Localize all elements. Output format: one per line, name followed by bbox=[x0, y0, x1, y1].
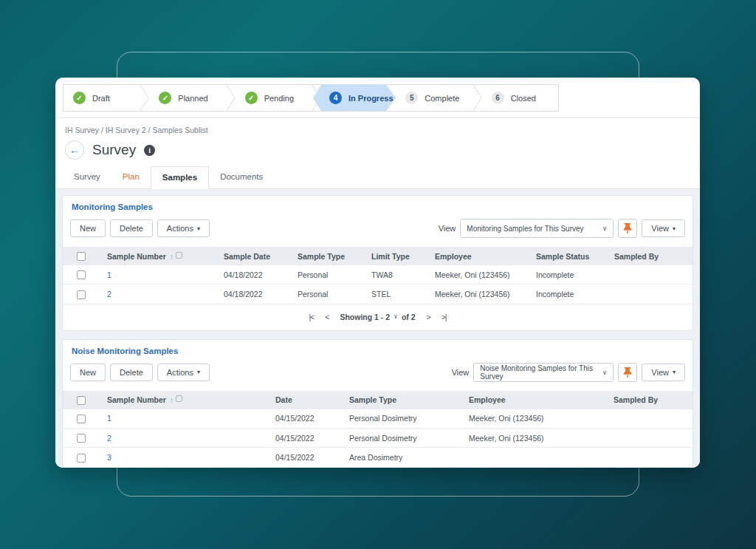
cell-sample-date: 04/18/2022 bbox=[216, 265, 290, 284]
column-header-sample-date[interactable]: Sample Date bbox=[216, 247, 290, 265]
page-title: Survey bbox=[92, 142, 136, 158]
toolbar-right: View Monitoring Samples for This Survey … bbox=[439, 219, 685, 238]
table-row: 104/18/2022PersonalTWA8Meeker, Oni (1234… bbox=[63, 265, 693, 284]
new-button[interactable]: New bbox=[70, 219, 106, 237]
cell-sampled-by bbox=[606, 429, 693, 448]
cell-employee: Meeker, Oni (123456) bbox=[427, 265, 529, 284]
step-complete: 5Complete bbox=[396, 85, 472, 111]
row-checkbox[interactable] bbox=[77, 415, 86, 423]
pin-view-button[interactable] bbox=[618, 363, 637, 382]
toolbar-right: View Noise Monitoring Samples for This S… bbox=[452, 363, 685, 382]
page-size-chevron-icon[interactable]: ∨ bbox=[394, 313, 398, 320]
row-checkbox[interactable] bbox=[77, 434, 86, 443]
chevron-down-icon: ∨ bbox=[602, 369, 608, 376]
step-separator-chevron bbox=[226, 85, 236, 111]
step-number-badge: 5 bbox=[405, 92, 418, 104]
sort-order-badge bbox=[176, 395, 182, 402]
first-page-button[interactable]: |< bbox=[309, 313, 314, 321]
info-icon[interactable]: i bbox=[144, 145, 155, 156]
sample-number-link[interactable]: 1 bbox=[100, 409, 268, 429]
step-number-badge: 4 bbox=[329, 92, 342, 104]
actions-button[interactable]: Actions ▾ bbox=[157, 219, 210, 237]
back-button[interactable]: ← bbox=[65, 140, 84, 160]
view-label: View bbox=[452, 368, 470, 377]
column-header-employee[interactable]: Employee bbox=[427, 247, 529, 265]
column-header-sample-number[interactable]: Sample Number↑ bbox=[100, 247, 216, 265]
tab-documents[interactable]: Documents bbox=[209, 166, 274, 188]
header-checkbox-cell bbox=[63, 247, 100, 265]
tab-survey[interactable]: Survey bbox=[63, 166, 111, 188]
cell-sample-type: Area Dosimetry bbox=[342, 448, 461, 467]
table-row: 204/15/2022Personal DosimetryMeeker, Oni… bbox=[63, 429, 693, 448]
step-label: In Progress bbox=[348, 94, 394, 103]
tab-plan[interactable]: Plan bbox=[111, 166, 151, 188]
cell-sample-type: Personal Dosimetry bbox=[342, 409, 461, 429]
title-row: ← Survey i bbox=[55, 136, 700, 166]
cell-sample-type: Personal bbox=[290, 265, 364, 284]
step-planned: ✓Planned bbox=[149, 85, 225, 111]
last-page-button[interactable]: >| bbox=[441, 313, 447, 321]
prev-page-button[interactable]: < bbox=[325, 313, 329, 321]
cell-sample-date: 04/18/2022 bbox=[216, 284, 290, 304]
view-select[interactable]: Monitoring Samples for This Survey ∨ bbox=[460, 219, 614, 238]
view-select[interactable]: Noise Monitoring Samples for This Survey… bbox=[473, 363, 614, 382]
column-header-sample-number[interactable]: Sample Number↑ bbox=[100, 391, 268, 409]
delete-button[interactable]: Delete bbox=[110, 364, 153, 381]
column-header-sample-type[interactable]: Sample Type bbox=[342, 391, 461, 409]
sample-number-link[interactable]: 2 bbox=[100, 429, 268, 448]
cell-sampled-by bbox=[607, 284, 693, 304]
view-menu-button[interactable]: View ▾ bbox=[642, 364, 685, 381]
noise-monitoring-samples-table: Sample Number↑DateSample TypeEmployeeSam… bbox=[63, 391, 693, 468]
tab-bar: Survey Plan Samples Documents bbox=[55, 166, 700, 189]
table-header-row: Sample Number↑DateSample TypeEmployeeSam… bbox=[63, 391, 693, 409]
column-header-sampled-by[interactable]: Sampled By bbox=[606, 391, 693, 409]
caret-down-icon: ▾ bbox=[197, 225, 200, 232]
row-checkbox-cell bbox=[63, 409, 100, 429]
sample-number-link[interactable]: 2 bbox=[100, 284, 216, 304]
row-checkbox[interactable] bbox=[77, 290, 86, 299]
delete-button[interactable]: Delete bbox=[110, 219, 153, 237]
select-all-checkbox[interactable] bbox=[77, 252, 86, 261]
column-header-sampled-by[interactable]: Sampled By bbox=[607, 247, 693, 265]
tab-samples[interactable]: Samples bbox=[151, 166, 209, 189]
column-header-sample-status[interactable]: Sample Status bbox=[529, 247, 607, 265]
cell-limit-type: TWA8 bbox=[364, 265, 427, 284]
view-menu-button[interactable]: View ▾ bbox=[642, 219, 685, 237]
row-checkbox-cell bbox=[63, 448, 100, 467]
step-pending: ✓Pending bbox=[236, 85, 312, 111]
cell-employee: Meeker, Oni (123456) bbox=[461, 429, 606, 448]
next-page-button[interactable]: > bbox=[427, 313, 430, 321]
step-draft: ✓Draft bbox=[63, 85, 140, 111]
select-all-checkbox[interactable] bbox=[77, 396, 86, 405]
column-header-date[interactable]: Date bbox=[268, 391, 342, 409]
check-icon: ✓ bbox=[159, 92, 171, 104]
column-header-limit-type[interactable]: Limit Type bbox=[364, 247, 427, 265]
step-closed: 6Closed bbox=[482, 85, 558, 111]
stepper: ✓Draft✓Planned✓Pending4In Progress5Compl… bbox=[63, 84, 559, 112]
new-button[interactable]: New bbox=[70, 364, 106, 381]
table-row: 204/18/2022PersonalSTELMeeker, Oni (1234… bbox=[63, 284, 693, 304]
row-checkbox[interactable] bbox=[77, 270, 86, 279]
sample-number-link[interactable]: 3 bbox=[100, 448, 268, 467]
caret-down-icon: ▾ bbox=[197, 369, 200, 375]
breadcrumb[interactable]: IH Survey / IH Survey 2 / Samples Sublis… bbox=[55, 118, 700, 136]
noise-monitoring-samples-section: Noise Monitoring Samples New Delete Acti… bbox=[62, 339, 693, 468]
sample-number-link[interactable]: 1 bbox=[100, 265, 216, 284]
actions-button[interactable]: Actions ▾ bbox=[157, 364, 210, 381]
row-checkbox[interactable] bbox=[77, 454, 86, 463]
cell-sample-status: Incomplete bbox=[529, 265, 607, 284]
pin-view-button[interactable] bbox=[618, 219, 637, 238]
chevron-down-icon: ∨ bbox=[602, 225, 608, 232]
section-title: Noise Monitoring Samples bbox=[63, 340, 693, 362]
pagination: |< < Showing 1 - 2 ∨ of 2 > >| bbox=[63, 304, 693, 330]
column-header-sample-type[interactable]: Sample Type bbox=[290, 247, 364, 265]
step-label: Planned bbox=[178, 94, 207, 103]
cell-limit-type: STEL bbox=[364, 284, 427, 304]
view-label: View bbox=[439, 224, 456, 233]
column-header-employee[interactable]: Employee bbox=[461, 391, 606, 409]
sort-order-badge bbox=[176, 252, 182, 259]
pushpin-icon bbox=[623, 367, 632, 378]
step-separator-chevron bbox=[140, 85, 149, 111]
step-label: Draft bbox=[92, 94, 110, 103]
cell-sample-status: Incomplete bbox=[529, 284, 607, 304]
